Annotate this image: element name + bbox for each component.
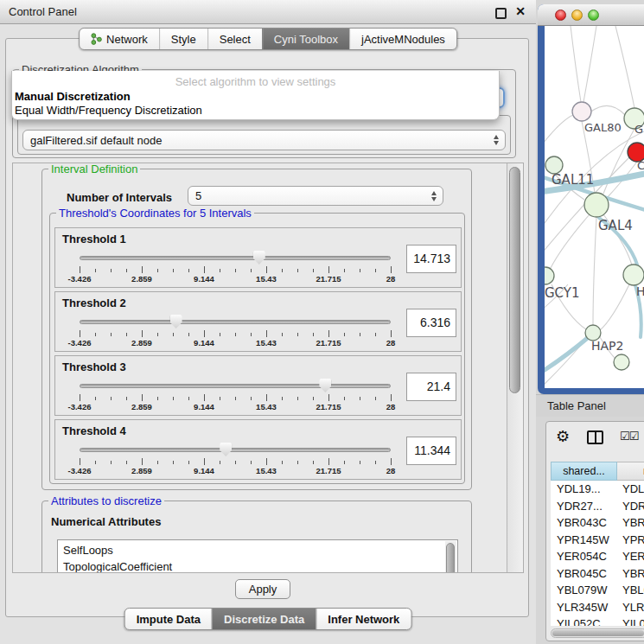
slider-tick-labels: -3.4262.8599.14415.4321.71528 (80, 274, 391, 284)
table-row[interactable]: YLR345WYLR3 (551, 599, 644, 616)
slider-ticks (80, 330, 391, 337)
slider-tick-labels: -3.4262.8599.14415.4321.71528 (80, 402, 391, 411)
slider-ticks (80, 458, 391, 465)
number-of-intervals-label: Number of Intervals (67, 191, 172, 204)
slider-thumb[interactable] (253, 251, 265, 265)
threshold-coordinates-group: Threshold's Coordinates for 5 Intervals … (49, 213, 465, 484)
node[interactable] (623, 265, 644, 285)
tab-infer-network[interactable]: Infer Network (316, 609, 411, 629)
threshold-2-value-field[interactable]: 6.316 (406, 309, 456, 337)
float-window-icon[interactable] (495, 8, 507, 19)
slider-track[interactable] (80, 256, 391, 260)
intervals-value: 5 (188, 189, 427, 202)
list-scrollbar-thumb[interactable] (446, 543, 455, 572)
tab-jactivemnodules[interactable]: jActiveMNodules (349, 29, 456, 49)
slider-thumb[interactable] (170, 315, 182, 328)
table-row[interactable]: YER054CYER0 (551, 548, 644, 565)
gear-icon[interactable]: ⚙ (556, 428, 570, 445)
combo-stepper-icon (489, 135, 502, 145)
list-scrollbar[interactable] (445, 541, 456, 572)
tab-cyni-toolbox[interactable]: Cyni Toolbox (262, 29, 349, 49)
table-data-combobox[interactable]: galFiltered.sif default node (22, 130, 506, 150)
numerical-attributes-list[interactable]: SelfLoopsTopologicalCoefficientBetweenne… (57, 539, 458, 572)
column-layout-icon[interactable] (587, 430, 603, 444)
network-view-window: GAL80 G C GAL11 GAL4 GCY1 H HAP2 (538, 4, 644, 394)
threshold-2-slider[interactable] (80, 315, 391, 328)
node-gal11[interactable] (545, 156, 563, 174)
network-canvas[interactable]: GAL80 G C GAL11 GAL4 GCY1 H HAP2 (545, 26, 644, 388)
zoom-traffic-light-icon[interactable] (588, 10, 599, 21)
vertical-scrollbar[interactable] (507, 163, 523, 572)
node-gal4[interactable] (584, 193, 609, 217)
table-panel-header: Table Panel (536, 394, 644, 417)
top-tab-bar: Network Style Select Cyni Toolbox jActiv… (79, 28, 457, 50)
tab-label: Select (220, 33, 251, 46)
attribute-list-item[interactable]: SelfLoops (58, 542, 444, 558)
apply-button[interactable]: Apply (235, 579, 290, 599)
combo-stepper-icon (427, 191, 440, 201)
table-row[interactable]: YBR043CYBR0 (551, 514, 644, 532)
number-of-intervals-combobox[interactable]: 5 (188, 186, 443, 206)
node-gal80[interactable] (572, 102, 591, 121)
group-title: Interval Definition (48, 163, 140, 175)
slider-track[interactable] (80, 320, 391, 324)
threshold-label: Threshold 4 (62, 424, 126, 437)
tab-label: Network (106, 33, 148, 46)
dropdown-option-manual-discretization[interactable]: Manual Discretization (12, 90, 499, 104)
node-label-hap2: HAP2 (591, 339, 623, 353)
window-title: Control Panel (9, 5, 77, 18)
interval-definition-group: Interval Definition Number of Intervals … (41, 169, 472, 490)
vertical-scrollbar-thumb[interactable] (509, 167, 520, 393)
dropdown-placeholder: Select algorithm to view settings (12, 71, 499, 90)
node-label-gal4: GAL4 (598, 218, 633, 233)
column-header-name[interactable]: n (617, 462, 644, 481)
threshold-1-slider[interactable] (80, 251, 391, 265)
dropdown-option-equal-width-frequency[interactable]: Equal Width/Frequency Discretization (12, 104, 499, 118)
node-label-gcy1: GCY1 (545, 285, 580, 301)
network-icon (91, 33, 102, 45)
horizontal-scrollbar-thumb[interactable] (552, 630, 644, 636)
node-label-cut: G (634, 123, 643, 136)
attribute-list-item[interactable]: TopologicalCoefficient (58, 558, 444, 572)
bottom-tab-bar: Impute Data Discretize Data Infer Networ… (124, 608, 412, 630)
close-traffic-light-icon[interactable] (555, 10, 566, 21)
tab-label: Impute Data (137, 613, 201, 626)
slider-tick-labels: -3.4262.8599.14415.4321.71528 (80, 466, 391, 475)
table-row[interactable]: YDR27...YDR2 (551, 498, 644, 515)
node[interactable] (614, 354, 629, 370)
table-row[interactable]: YBL079WYBL0 (551, 582, 644, 599)
slider-thumb[interactable] (319, 379, 331, 392)
slider-track[interactable] (80, 384, 391, 388)
column-header-shared-name[interactable]: shared... (551, 462, 617, 481)
threshold-3-value-field[interactable]: 21.4 (406, 373, 456, 401)
table-row[interactable]: YBR045CYBR0 (551, 565, 644, 583)
table-header-row: shared... n (551, 462, 644, 481)
threshold-label: Threshold 2 (62, 296, 126, 309)
table-row[interactable]: YIL052CYIL0 (551, 615, 644, 626)
threshold-3-panel: Threshold 3 -3.4262.8599.14415.4321.7152… (54, 355, 462, 416)
slider-ticks (80, 394, 391, 401)
control-panel-titlebar: Control Panel ✕ (0, 0, 536, 24)
group-title: Threshold's Coordinates for 5 Intervals (56, 207, 254, 220)
slider-tick-labels: -3.4262.8599.14415.4321.71528 (80, 338, 391, 348)
tab-network[interactable]: Network (80, 29, 159, 49)
tab-select[interactable]: Select (207, 29, 262, 49)
table-row[interactable]: YPR145WYPR1 (551, 532, 644, 549)
minimize-traffic-light-icon[interactable] (571, 10, 583, 21)
threshold-4-slider[interactable] (80, 443, 391, 456)
slider-track[interactable] (80, 448, 391, 452)
checkbox-icons[interactable]: ☑☑ (620, 430, 638, 443)
node-label-gal11: GAL11 (552, 172, 594, 188)
threshold-3-slider[interactable] (80, 379, 391, 392)
threshold-1-value-field[interactable]: 14.713 (406, 245, 456, 273)
horizontal-scrollbar[interactable] (551, 628, 644, 638)
group-title: Attributes to discretize (48, 494, 164, 507)
close-icon[interactable]: ✕ (515, 4, 526, 18)
slider-thumb[interactable] (220, 443, 232, 456)
table-row[interactable]: YDL19...YDL1 (551, 481, 644, 498)
tab-impute-data[interactable]: Impute Data (125, 609, 212, 629)
node-gcy1[interactable] (545, 267, 554, 284)
tab-discretize-data[interactable]: Discretize Data (212, 609, 316, 629)
threshold-4-value-field[interactable]: 11.344 (406, 437, 456, 465)
tab-style[interactable]: Style (159, 29, 207, 49)
